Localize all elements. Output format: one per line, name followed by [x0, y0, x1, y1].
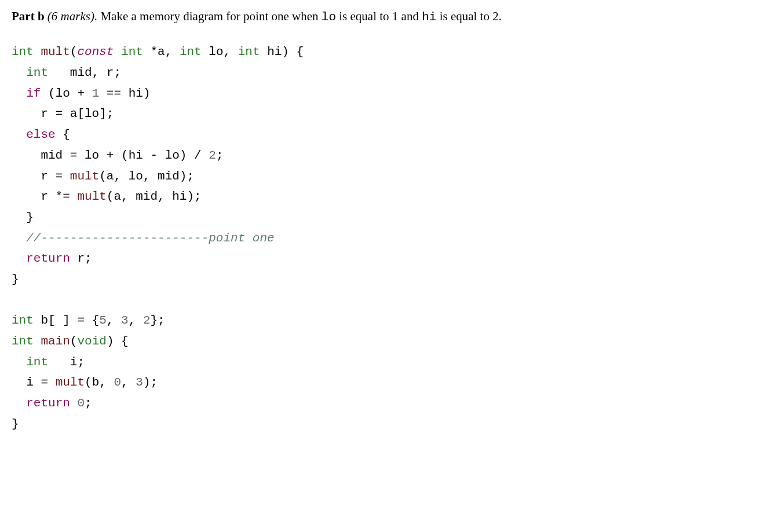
main-sig: ) { — [107, 335, 129, 348]
call-args-1: (a, lo, mid); — [99, 170, 194, 183]
indent — [12, 252, 26, 265]
kw-int: int — [12, 45, 34, 58]
if-cond-1: (lo + — [41, 87, 92, 100]
fn-main: main — [41, 335, 70, 348]
sig-2: lo, — [202, 45, 238, 58]
kw-else: else — [26, 128, 55, 141]
close-brace: } — [12, 211, 34, 224]
comma: , — [129, 314, 143, 327]
kw-int: int — [180, 45, 202, 58]
kw-if: if — [26, 87, 41, 100]
i-decl: i; — [48, 355, 85, 369]
kw-return: return — [26, 252, 70, 265]
inline-code-lo: lo — [322, 10, 336, 24]
kw-int: int — [238, 45, 260, 58]
indent — [12, 87, 26, 100]
semi: ; — [216, 149, 224, 162]
kw-int: int — [26, 355, 48, 369]
b-close: }; — [151, 314, 165, 327]
comma: , — [121, 376, 136, 389]
else-brace: { — [56, 128, 70, 141]
call-args-2: (a, mid, hi); — [107, 190, 202, 203]
num-0b: 0 — [77, 397, 85, 410]
num-2b: 2 — [143, 314, 151, 327]
sig-3: hi) { — [260, 45, 304, 58]
part-label: Part b — [12, 9, 45, 23]
fn-mult: mult — [70, 170, 99, 183]
call-close: ); — [143, 376, 158, 389]
kw-return: return — [26, 397, 70, 410]
indent — [12, 397, 26, 410]
kw-int: int — [12, 314, 34, 327]
r-assign-1: r = — [12, 170, 70, 183]
indent — [12, 66, 26, 79]
open-paren: ( — [70, 335, 78, 348]
close-brace: } — [12, 273, 19, 286]
semi: ; — [85, 397, 92, 410]
fn-mult: mult — [56, 376, 85, 389]
question-prompt: Part b (6 marks). Make a memory diagram … — [12, 8, 766, 25]
marks-label: (6 marks). — [48, 9, 97, 23]
r-mul-1: r *= — [12, 190, 77, 203]
inline-code-hi: hi — [422, 10, 436, 24]
num-3: 3 — [121, 314, 129, 327]
kw-int: int — [12, 335, 34, 348]
close-brace: } — [12, 417, 19, 431]
indent — [12, 355, 26, 369]
num-3b: 3 — [136, 376, 143, 389]
kw-void: void — [77, 335, 106, 348]
kw-const: const — [77, 45, 114, 58]
comment-point-one: //-----------------------point one — [12, 232, 275, 245]
comma: , — [107, 314, 121, 327]
fn-mult: mult — [41, 45, 70, 58]
ret-r: r; — [70, 252, 92, 265]
ret-sp — [70, 397, 78, 410]
num-1: 1 — [92, 87, 100, 100]
open-paren: ( — [70, 45, 78, 58]
prompt-text-2: is equal to 1 and — [336, 9, 422, 23]
kw-int: int — [121, 45, 143, 58]
prompt-text-1: Make a memory diagram for point one when — [100, 9, 321, 23]
num-2: 2 — [209, 149, 216, 162]
call-open: (b, — [85, 376, 114, 389]
code-block: int mult(const int *a, int lo, int hi) {… — [12, 42, 766, 434]
indent — [12, 128, 26, 141]
prompt-text-3: is equal to 2. — [436, 9, 502, 23]
if-cond-2: == hi) — [99, 87, 150, 100]
mid-assign-1: mid = lo + (hi - lo) / — [12, 149, 209, 162]
fn-mult: mult — [77, 190, 106, 203]
b-decl: b[ ] = { — [34, 314, 99, 327]
sig-1: *a, — [143, 45, 180, 58]
i-assign: i = — [12, 376, 56, 389]
num-0: 0 — [114, 376, 121, 389]
num-5: 5 — [99, 314, 107, 327]
line-assign: r = a[lo]; — [12, 107, 114, 120]
kw-int: int — [26, 66, 48, 79]
line-decl: mid, r; — [48, 66, 121, 79]
